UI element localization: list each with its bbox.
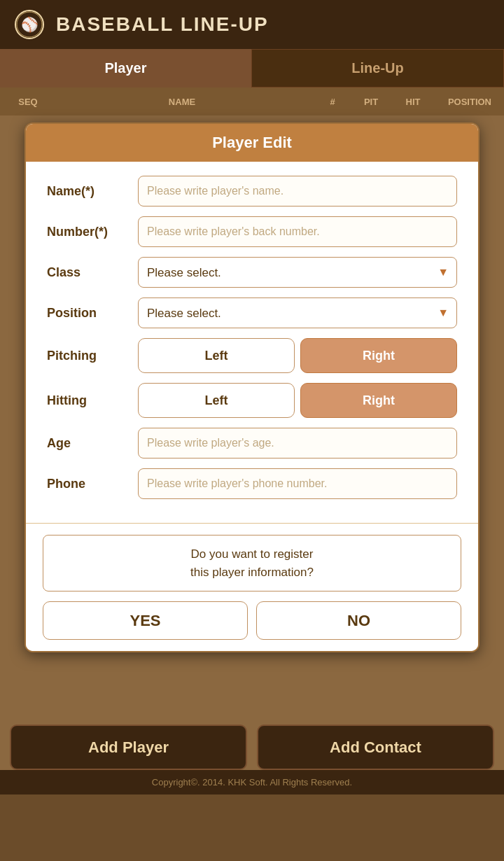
number-row: Number(*): [47, 216, 457, 247]
copyright-bar: Copyright©. 2014. KHK Soft. All Rights R…: [0, 770, 504, 794]
copyright-text: Copyright©. 2014. KHK Soft. All Rights R…: [152, 777, 352, 788]
age-row: Age: [47, 428, 457, 458]
app-title: BASEBALL LINE-UP: [56, 13, 269, 36]
class-row: Class Please select. Class A Class B Cla…: [47, 257, 457, 288]
bottom-bar: Add Player Add Contact: [0, 724, 504, 770]
phone-input[interactable]: [138, 468, 457, 499]
tab-lineup[interactable]: Line-Up: [251, 49, 504, 88]
number-input[interactable]: [138, 216, 457, 247]
baseball-icon: ⚾: [14, 9, 45, 40]
name-row: Name(*): [47, 176, 457, 206]
hitting-toggle-group: Left Right: [138, 383, 457, 418]
phone-row: Phone: [47, 468, 457, 499]
main-area: Player Edit Name(*) Number(*) Class Plea…: [0, 115, 504, 794]
tab-bar: Player Line-Up: [0, 49, 504, 88]
confirm-buttons: YES NO: [43, 601, 461, 640]
position-label: Position: [47, 306, 138, 321]
class-label: Class: [47, 265, 138, 280]
pitching-label: Pitching: [47, 349, 138, 363]
col-pit: PIT: [350, 97, 392, 107]
class-select-wrapper: Please select. Class A Class B Class C ▼: [138, 257, 457, 288]
hitting-left-button[interactable]: Left: [138, 383, 295, 418]
dialog-header: Player Edit: [26, 124, 478, 162]
phone-label: Phone: [47, 477, 138, 491]
yes-button[interactable]: YES: [43, 601, 248, 640]
pitching-toggle-group: Left Right: [138, 338, 457, 373]
class-select[interactable]: Please select. Class A Class B Class C: [138, 257, 457, 288]
col-seq: SEQ: [7, 97, 49, 107]
number-label: Number(*): [47, 225, 138, 239]
player-edit-dialog: Player Edit Name(*) Number(*) Class Plea…: [24, 122, 479, 652]
pitching-row: Pitching Left Right: [47, 338, 457, 373]
col-name: NAME: [49, 97, 315, 107]
hitting-right-button[interactable]: Right: [300, 383, 457, 418]
app-header: ⚾ BASEBALL LINE-UP: [0, 0, 504, 49]
no-button[interactable]: NO: [256, 601, 461, 640]
hitting-row: Hitting Left Right: [47, 383, 457, 418]
position-select-wrapper: Please select. Pitcher Catcher First Bas…: [138, 298, 457, 328]
column-headers: SEQ NAME # PIT HIT POSITION: [0, 88, 504, 115]
name-label: Name(*): [47, 184, 138, 199]
svg-text:⚾: ⚾: [21, 16, 38, 33]
add-player-button[interactable]: Add Player: [10, 724, 247, 770]
age-label: Age: [47, 436, 138, 451]
tab-player[interactable]: Player: [0, 49, 251, 88]
dialog-body: Name(*) Number(*) Class Please select. C…: [26, 162, 478, 523]
pitching-left-button[interactable]: Left: [138, 338, 295, 373]
add-contact-button[interactable]: Add Contact: [257, 724, 494, 770]
col-hit: HIT: [392, 97, 434, 107]
col-number: #: [315, 97, 350, 107]
pitching-right-button[interactable]: Right: [300, 338, 457, 373]
name-input[interactable]: [138, 176, 457, 206]
confirm-text-box: Do you want to register this player info…: [43, 535, 461, 592]
confirm-message: Do you want to register this player info…: [53, 545, 451, 581]
confirm-area: Do you want to register this player info…: [26, 523, 478, 651]
hitting-label: Hitting: [47, 393, 138, 408]
position-row: Position Please select. Pitcher Catcher …: [47, 298, 457, 328]
position-select[interactable]: Please select. Pitcher Catcher First Bas…: [138, 298, 457, 328]
dialog-title: Player Edit: [212, 134, 292, 151]
col-position: POSITION: [434, 97, 497, 107]
age-input[interactable]: [138, 428, 457, 458]
